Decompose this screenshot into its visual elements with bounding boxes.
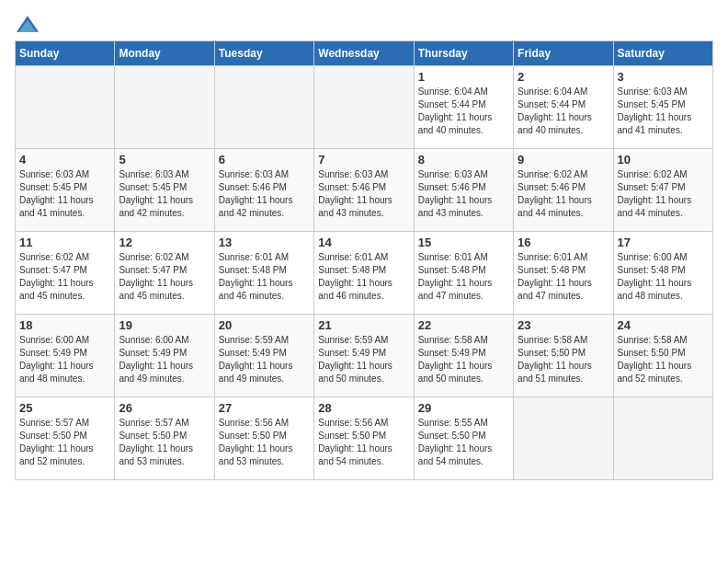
calendar-cell: 8Sunrise: 6:03 AM Sunset: 5:46 PM Daylig… [414,149,513,232]
day-number: 23 [518,318,609,332]
header-monday: Monday [115,41,214,66]
day-number: 8 [418,153,509,167]
calendar-cell: 9Sunrise: 6:02 AM Sunset: 5:46 PM Daylig… [514,149,613,232]
calendar-week-5: 25Sunrise: 5:57 AM Sunset: 5:50 PM Dayli… [16,397,713,480]
calendar-cell: 7Sunrise: 6:03 AM Sunset: 5:46 PM Daylig… [314,149,414,232]
day-info: Sunrise: 6:03 AM Sunset: 5:46 PM Dayligh… [418,168,509,220]
day-number: 17 [618,236,709,249]
calendar-week-1: 1Sunrise: 6:04 AM Sunset: 5:44 PM Daylig… [16,66,713,149]
day-info: Sunrise: 6:04 AM Sunset: 5:44 PM Dayligh… [418,86,509,137]
calendar-cell: 21Sunrise: 5:59 AM Sunset: 5:49 PM Dayli… [314,315,414,397]
day-info: Sunrise: 6:02 AM Sunset: 5:47 PM Dayligh… [19,251,110,303]
day-info: Sunrise: 5:56 AM Sunset: 5:50 PM Dayligh… [219,417,310,468]
calendar-cell [314,66,414,149]
day-number: 10 [618,153,709,167]
calendar-cell: 13Sunrise: 6:01 AM Sunset: 5:48 PM Dayli… [214,232,313,315]
calendar-cell: 12Sunrise: 6:02 AM Sunset: 5:47 PM Dayli… [115,232,214,315]
day-number: 3 [618,70,709,84]
day-number: 16 [518,236,609,249]
day-number: 20 [219,318,310,332]
day-number: 27 [219,401,310,415]
day-info: Sunrise: 5:58 AM Sunset: 5:49 PM Dayligh… [418,334,509,385]
calendar-cell [214,66,313,149]
page-header [15,15,713,33]
calendar-cell [16,66,115,149]
calendar-cell [514,397,613,480]
day-info: Sunrise: 6:03 AM Sunset: 5:46 PM Dayligh… [219,168,310,220]
calendar-cell: 3Sunrise: 6:03 AM Sunset: 5:45 PM Daylig… [613,66,712,149]
logo-icon [15,15,40,33]
calendar-cell [115,66,214,149]
day-number: 11 [19,236,110,249]
calendar-cell: 17Sunrise: 6:00 AM Sunset: 5:48 PM Dayli… [613,232,712,315]
calendar-cell: 6Sunrise: 6:03 AM Sunset: 5:46 PM Daylig… [214,149,313,232]
calendar-cell: 1Sunrise: 6:04 AM Sunset: 5:44 PM Daylig… [414,66,513,149]
calendar-cell: 26Sunrise: 5:57 AM Sunset: 5:50 PM Dayli… [115,397,214,480]
calendar-cell: 14Sunrise: 6:01 AM Sunset: 5:48 PM Dayli… [314,232,414,315]
calendar-cell: 24Sunrise: 5:58 AM Sunset: 5:50 PM Dayli… [613,315,712,397]
day-number: 12 [119,236,210,249]
day-number: 9 [518,153,609,167]
day-number: 26 [119,401,210,415]
day-info: Sunrise: 6:00 AM Sunset: 5:49 PM Dayligh… [119,334,210,385]
day-number: 14 [318,236,409,249]
calendar-cell: 25Sunrise: 5:57 AM Sunset: 5:50 PM Dayli… [16,397,115,480]
header-friday: Friday [514,41,613,66]
calendar-week-2: 4Sunrise: 6:03 AM Sunset: 5:45 PM Daylig… [16,149,713,232]
day-number: 1 [418,70,509,84]
calendar-cell: 15Sunrise: 6:01 AM Sunset: 5:48 PM Dayli… [414,232,513,315]
day-info: Sunrise: 6:03 AM Sunset: 5:45 PM Dayligh… [618,86,709,137]
day-info: Sunrise: 6:02 AM Sunset: 5:47 PM Dayligh… [119,251,210,303]
day-info: Sunrise: 6:03 AM Sunset: 5:45 PM Dayligh… [119,168,210,220]
day-number: 28 [318,401,409,415]
day-number: 13 [219,236,310,249]
calendar-cell [613,397,712,480]
day-number: 21 [318,318,409,332]
day-info: Sunrise: 6:03 AM Sunset: 5:46 PM Dayligh… [318,168,409,220]
day-info: Sunrise: 6:00 AM Sunset: 5:48 PM Dayligh… [618,251,709,303]
day-number: 2 [518,70,609,84]
day-number: 6 [219,153,310,167]
header-saturday: Saturday [613,41,712,66]
calendar-cell: 5Sunrise: 6:03 AM Sunset: 5:45 PM Daylig… [115,149,214,232]
header-thursday: Thursday [414,41,513,66]
day-info: Sunrise: 6:01 AM Sunset: 5:48 PM Dayligh… [318,251,409,303]
calendar-table: SundayMondayTuesdayWednesdayThursdayFrid… [15,40,713,480]
day-info: Sunrise: 5:55 AM Sunset: 5:50 PM Dayligh… [418,417,509,468]
day-number: 19 [119,318,210,332]
day-info: Sunrise: 6:01 AM Sunset: 5:48 PM Dayligh… [518,251,609,303]
day-info: Sunrise: 6:04 AM Sunset: 5:44 PM Dayligh… [518,86,609,137]
day-info: Sunrise: 5:59 AM Sunset: 5:49 PM Dayligh… [219,334,310,385]
calendar-week-3: 11Sunrise: 6:02 AM Sunset: 5:47 PM Dayli… [16,232,713,315]
header-tuesday: Tuesday [214,41,313,66]
calendar-cell: 23Sunrise: 5:58 AM Sunset: 5:50 PM Dayli… [514,315,613,397]
day-info: Sunrise: 6:02 AM Sunset: 5:47 PM Dayligh… [618,168,709,220]
day-info: Sunrise: 5:58 AM Sunset: 5:50 PM Dayligh… [618,334,709,385]
calendar-cell: 18Sunrise: 6:00 AM Sunset: 5:49 PM Dayli… [16,315,115,397]
day-number: 22 [418,318,509,332]
calendar-cell: 2Sunrise: 6:04 AM Sunset: 5:44 PM Daylig… [514,66,613,149]
day-info: Sunrise: 6:03 AM Sunset: 5:45 PM Dayligh… [19,168,110,220]
day-number: 15 [418,236,509,249]
day-info: Sunrise: 5:57 AM Sunset: 5:50 PM Dayligh… [119,417,210,468]
day-number: 24 [618,318,709,332]
calendar-cell: 11Sunrise: 6:02 AM Sunset: 5:47 PM Dayli… [16,232,115,315]
calendar-cell: 22Sunrise: 5:58 AM Sunset: 5:49 PM Dayli… [414,315,513,397]
day-info: Sunrise: 5:56 AM Sunset: 5:50 PM Dayligh… [318,417,409,468]
day-info: Sunrise: 5:58 AM Sunset: 5:50 PM Dayligh… [518,334,609,385]
calendar-cell: 4Sunrise: 6:03 AM Sunset: 5:45 PM Daylig… [16,149,115,232]
calendar-cell: 10Sunrise: 6:02 AM Sunset: 5:47 PM Dayli… [613,149,712,232]
header-sunday: Sunday [16,41,115,66]
calendar-cell: 20Sunrise: 5:59 AM Sunset: 5:49 PM Dayli… [214,315,313,397]
calendar-cell: 28Sunrise: 5:56 AM Sunset: 5:50 PM Dayli… [314,397,414,480]
day-number: 25 [19,401,110,415]
calendar-cell: 19Sunrise: 6:00 AM Sunset: 5:49 PM Dayli… [115,315,214,397]
day-info: Sunrise: 5:57 AM Sunset: 5:50 PM Dayligh… [19,417,110,468]
calendar-header-row: SundayMondayTuesdayWednesdayThursdayFrid… [16,41,713,66]
day-number: 18 [19,318,110,332]
day-info: Sunrise: 6:01 AM Sunset: 5:48 PM Dayligh… [418,251,509,303]
calendar-week-4: 18Sunrise: 6:00 AM Sunset: 5:49 PM Dayli… [16,315,713,397]
day-info: Sunrise: 5:59 AM Sunset: 5:49 PM Dayligh… [318,334,409,385]
logo [15,15,44,33]
day-number: 29 [418,401,509,415]
